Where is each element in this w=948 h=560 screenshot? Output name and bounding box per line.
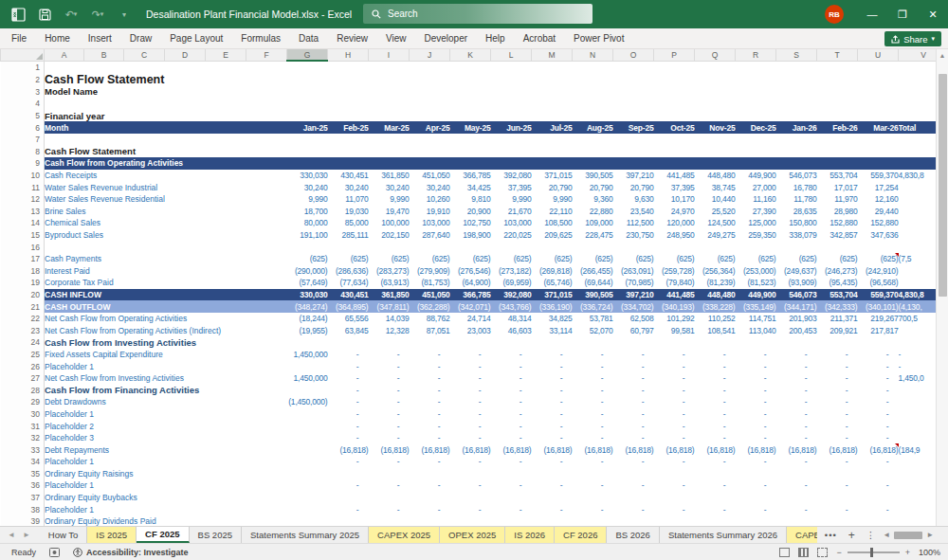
cell[interactable] <box>410 73 450 86</box>
cell[interactable] <box>736 110 776 122</box>
cell[interactable]: - <box>491 456 532 468</box>
row-label[interactable]: Month <box>45 121 287 134</box>
more-sheets-button[interactable]: ••• <box>825 530 837 540</box>
menu-tab-data[interactable]: Data <box>299 33 319 44</box>
cell[interactable]: - <box>695 503 736 515</box>
cell[interactable] <box>287 492 328 504</box>
cell[interactable] <box>369 146 410 158</box>
cell[interactable] <box>287 420 328 432</box>
row-label[interactable]: Fixed Assets Capital Expenditure <box>45 349 287 361</box>
cell[interactable] <box>369 336 410 349</box>
cell[interactable] <box>328 492 369 504</box>
cell[interactable] <box>613 157 654 170</box>
row-header-14[interactable]: 14 <box>1 217 45 229</box>
cell[interactable]: 559,370 <box>858 289 899 301</box>
column-header-N[interactable]: N <box>573 49 613 61</box>
cell[interactable] <box>776 134 817 146</box>
cell[interactable]: - <box>695 384 736 396</box>
cell[interactable]: 209,625 <box>532 229 573 242</box>
cell[interactable] <box>328 515 369 526</box>
cell[interactable]: (338,228) <box>695 300 736 313</box>
column-header-A[interactable]: A <box>45 49 84 61</box>
cell[interactable]: (625) <box>654 253 695 265</box>
close-button[interactable]: ✕ <box>918 0 948 28</box>
cell[interactable] <box>287 61 328 73</box>
cell[interactable]: 338,079 <box>776 229 817 242</box>
cell[interactable]: 198,900 <box>450 229 491 242</box>
row-header-18[interactable]: 18 <box>1 265 45 278</box>
cell[interactable]: 430,451 <box>328 170 369 182</box>
cell[interactable]: (283,273) <box>369 265 410 278</box>
cell[interactable]: - <box>695 456 736 468</box>
row-label[interactable] <box>45 134 287 146</box>
cell[interactable]: 88,762 <box>410 313 450 325</box>
column-header-M[interactable]: M <box>532 49 573 61</box>
cell[interactable]: 220,025 <box>491 229 532 242</box>
cell[interactable] <box>817 61 858 73</box>
cell[interactable]: - <box>328 420 369 432</box>
cell[interactable] <box>328 157 369 170</box>
column-header-U[interactable]: U <box>858 49 899 61</box>
cell[interactable]: - <box>776 349 817 361</box>
cell[interactable]: 366,785 <box>450 170 491 182</box>
row-label[interactable]: Net Cash Flow from Operating Activities <box>45 313 287 325</box>
horizontal-scrollbar[interactable]: ◄ ► <box>883 527 939 543</box>
row-header-39[interactable]: 39 <box>1 515 45 526</box>
cell[interactable]: - <box>450 349 491 361</box>
cell[interactable]: (259,728) <box>654 265 695 278</box>
cell[interactable] <box>287 73 328 86</box>
cell[interactable]: - <box>491 408 532 421</box>
cell[interactable] <box>328 73 369 86</box>
horizontal-scroll-thumb[interactable] <box>894 532 922 539</box>
cell[interactable]: 102,750 <box>450 217 491 229</box>
cell[interactable] <box>532 110 573 122</box>
column-header-S[interactable]: S <box>776 49 817 61</box>
cell[interactable]: 108,541 <box>695 324 736 336</box>
cell[interactable]: - <box>410 372 450 385</box>
row-header-13[interactable]: 13 <box>1 206 45 218</box>
cell[interactable]: - <box>573 420 613 432</box>
tab-scroll-right-icon[interactable]: ► <box>23 531 30 539</box>
cell[interactable] <box>573 110 613 122</box>
row-header-30[interactable]: 30 <box>1 408 45 421</box>
cell[interactable]: 34,425 <box>450 181 491 193</box>
row-header-38[interactable]: 38 <box>1 503 45 515</box>
cell[interactable] <box>817 146 858 158</box>
cell[interactable]: - <box>776 432 817 444</box>
cell[interactable] <box>858 157 899 170</box>
cell[interactable] <box>450 134 491 146</box>
cell[interactable]: - <box>532 456 573 468</box>
column-header-G[interactable]: G <box>287 49 328 61</box>
cell[interactable] <box>776 61 817 73</box>
cell[interactable]: 390,505 <box>573 170 613 182</box>
cell[interactable]: - <box>736 432 776 444</box>
cell[interactable]: - <box>328 479 369 492</box>
cell[interactable] <box>776 110 817 122</box>
minimize-button[interactable]: — <box>857 0 887 28</box>
cell[interactable]: 14,039 <box>369 313 410 325</box>
row-header-17[interactable]: 17 <box>1 253 45 265</box>
cell[interactable] <box>328 241 369 253</box>
cell[interactable] <box>410 110 450 122</box>
cell[interactable] <box>858 515 899 526</box>
cell[interactable]: (16,818) <box>858 443 899 456</box>
cell[interactable] <box>328 110 369 122</box>
cell[interactable]: - <box>695 372 736 385</box>
cell[interactable]: - <box>491 420 532 432</box>
cell[interactable] <box>695 492 736 504</box>
cell[interactable]: - <box>410 479 450 492</box>
cell[interactable]: - <box>410 456 450 468</box>
cell[interactable]: 347,636 <box>858 229 899 242</box>
cell[interactable]: 22,880 <box>573 206 613 218</box>
cell[interactable]: - <box>858 384 899 396</box>
cell[interactable] <box>369 61 410 73</box>
cell[interactable]: 9,810 <box>450 193 491 206</box>
cell[interactable] <box>328 98 369 110</box>
cell[interactable]: (69,644) <box>573 277 613 289</box>
cell[interactable] <box>450 468 491 480</box>
row-header-4[interactable]: 4 <box>1 98 45 110</box>
cell[interactable] <box>287 360 328 372</box>
menu-tab-page-layout[interactable]: Page Layout <box>170 33 223 44</box>
row-header-27[interactable]: 27 <box>1 372 45 385</box>
page-break-view-icon[interactable] <box>817 548 828 557</box>
